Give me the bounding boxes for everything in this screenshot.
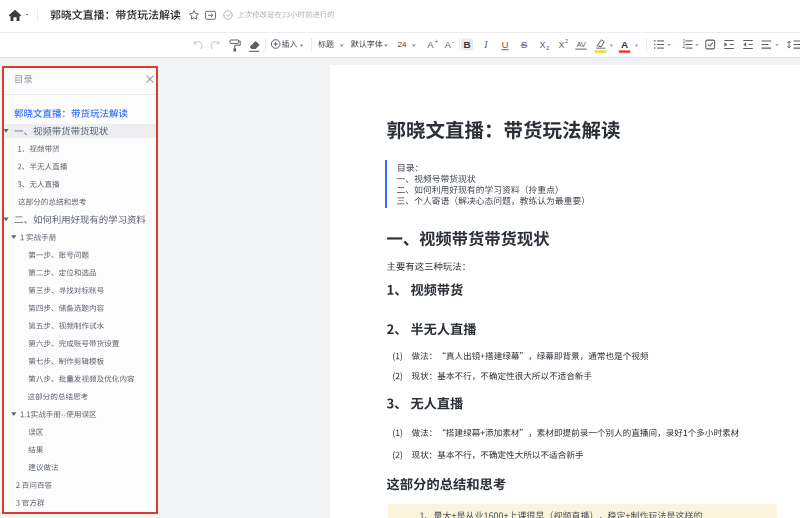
svg-text:+: + xyxy=(434,38,438,45)
svg-text:2: 2 xyxy=(683,43,686,49)
svg-text:A: A xyxy=(621,39,628,50)
svg-text:2: 2 xyxy=(546,45,549,51)
svg-text:AV: AV xyxy=(577,40,587,49)
svg-text:S: S xyxy=(521,39,528,50)
svg-text:U: U xyxy=(501,39,508,50)
svg-text:X: X xyxy=(539,40,545,50)
svg-text:A: A xyxy=(445,40,451,50)
svg-text:X: X xyxy=(558,40,564,50)
svg-text:B: B xyxy=(463,39,470,50)
svg-text:A: A xyxy=(427,39,434,50)
svg-text:2: 2 xyxy=(565,38,568,44)
svg-text:24: 24 xyxy=(398,40,407,49)
svg-text:I: I xyxy=(483,39,488,50)
svg-text:-: - xyxy=(452,37,455,46)
